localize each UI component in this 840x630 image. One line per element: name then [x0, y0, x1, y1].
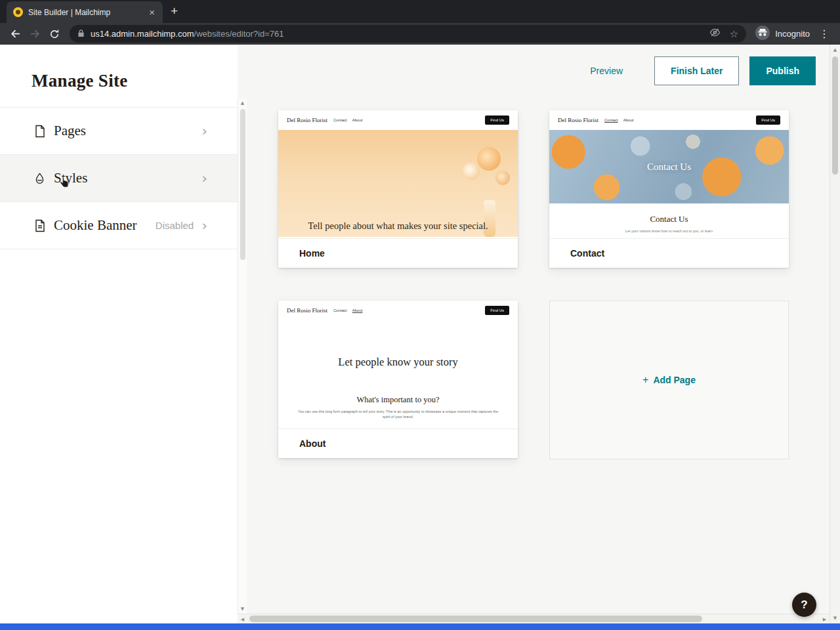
- contact-section: Contact Us Let your visitors know how to…: [549, 203, 789, 238]
- home-preview-header: Del Rosio Florist Contact About Find Us: [278, 110, 518, 130]
- site-nav: Contact About: [333, 308, 362, 312]
- mailchimp-favicon: [13, 7, 23, 17]
- about-hero: Let people know your story What's import…: [278, 320, 518, 427]
- add-page-card[interactable]: + Add Page: [549, 301, 789, 459]
- chevron-right-icon: ›: [201, 219, 207, 233]
- incognito-badge: Incognito: [751, 26, 814, 43]
- preview-button[interactable]: Preview: [590, 66, 623, 76]
- contact-preview-header: Del Rosio Florist Contact About Find Us: [549, 110, 789, 130]
- about-preview-header: Del Rosio Florist Contact About Find Us: [278, 301, 518, 320]
- page-cards-grid: Del Rosio Florist Contact About Find Us …: [278, 110, 789, 459]
- site-brand: Del Rosio Florist: [558, 117, 598, 123]
- publish-button[interactable]: Publish: [749, 56, 816, 85]
- find-us-button: Find Us: [756, 116, 780, 125]
- scroll-left-arrow[interactable]: ◀: [238, 614, 247, 624]
- browser-toolbar: us14.admin.mailchimp.com/websites/editor…: [0, 23, 840, 45]
- window-vertical-scrollbar[interactable]: ▲ ▼: [830, 45, 840, 623]
- taskbar-edge: [0, 623, 840, 630]
- url-path: /websites/editor?id=761: [194, 29, 284, 39]
- tab-title: Site Builder | Mailchimp: [28, 8, 142, 17]
- find-us-button: Find Us: [485, 116, 509, 125]
- flower-graphic: [477, 147, 501, 171]
- address-bar[interactable]: us14.admin.mailchimp.com/websites/editor…: [70, 25, 746, 43]
- lock-icon: [77, 28, 85, 40]
- scroll-down-arrow[interactable]: ▼: [238, 606, 247, 612]
- about-section-title: What's important to you?: [278, 395, 518, 405]
- reload-button[interactable]: [45, 25, 64, 43]
- scroll-up-arrow[interactable]: ▲: [830, 47, 840, 52]
- page-icon: [34, 125, 47, 138]
- help-button[interactable]: ?: [792, 593, 816, 617]
- find-us-button: Find Us: [485, 306, 509, 315]
- page-card-label: About: [278, 429, 518, 458]
- tab-close-icon[interactable]: ×: [148, 7, 156, 17]
- incognito-label: Incognito: [775, 29, 810, 39]
- chevron-right-icon: ›: [201, 124, 207, 138]
- site-brand: Del Rosio Florist: [287, 307, 327, 314]
- new-tab-button[interactable]: +: [171, 4, 178, 18]
- pages-overview-panel: Preview Finish Later Publish Del Rosio F…: [238, 45, 830, 623]
- browser-tab-strip: Site Builder | Mailchimp × +: [0, 0, 840, 23]
- home-hero-image: Tell people about what makes your site s…: [278, 130, 518, 237]
- contact-section-title: Contact Us: [650, 214, 688, 224]
- sidebar-content-scrollbar[interactable]: ▲ ▼: [238, 98, 247, 614]
- url-text: us14.admin.mailchimp.com/websites/editor…: [91, 29, 284, 39]
- back-button[interactable]: [5, 25, 25, 43]
- styles-icon: [34, 172, 47, 185]
- page-card-contact[interactable]: Del Rosio Florist Contact About Find Us …: [549, 110, 789, 268]
- url-host: us14.admin.mailchimp.com: [91, 29, 194, 39]
- sidebar-item-label: Pages: [54, 123, 86, 139]
- browser-menu-icon[interactable]: ⋮: [814, 28, 835, 40]
- scrollbar-thumb[interactable]: [249, 616, 702, 622]
- contact-hero-image: Contact Us: [549, 130, 789, 203]
- content-horizontal-scrollbar[interactable]: ◀ ▶: [238, 614, 830, 623]
- manage-site-sidebar: Manage Site Pages › Styles ›: [0, 45, 238, 623]
- sidebar-item-pages[interactable]: Pages ›: [0, 108, 238, 155]
- nav-link-about: About: [352, 118, 363, 122]
- site-nav: Contact About: [604, 118, 633, 122]
- home-hero-text: Tell people about what makes your site s…: [278, 220, 518, 232]
- nav-link-about: About: [623, 118, 634, 122]
- header-actions: Preview Finish Later Publish: [590, 56, 816, 85]
- add-page-button[interactable]: + Add Page: [642, 375, 696, 385]
- nav-link-contact: Contact: [333, 308, 347, 312]
- scroll-right-arrow[interactable]: ▶: [820, 614, 830, 624]
- bookmark-star-icon[interactable]: ☆: [730, 29, 738, 39]
- sidebar-title: Manage Site: [0, 45, 238, 91]
- page-card-home[interactable]: Del Rosio Florist Contact About Find Us …: [278, 110, 518, 268]
- page-card-label: Home: [278, 238, 518, 268]
- flower-graphic: [463, 163, 480, 180]
- about-hero-title: Let people know your story: [278, 356, 518, 369]
- scroll-up-arrow[interactable]: ▲: [238, 100, 247, 106]
- site-nav: Contact About: [333, 118, 362, 122]
- cookie-banner-status: Disabled: [156, 220, 194, 231]
- add-page-label: Add Page: [653, 375, 696, 385]
- finish-later-button[interactable]: Finish Later: [654, 56, 739, 85]
- page-card-about[interactable]: Del Rosio Florist Contact About Find Us …: [278, 301, 518, 458]
- plus-icon: +: [642, 375, 648, 385]
- sidebar-item-cookie-banner[interactable]: Cookie Banner Disabled ›: [0, 202, 238, 249]
- nav-link-about: About: [352, 308, 363, 312]
- nav-link-contact: Contact: [604, 118, 618, 122]
- site-builder-app: Manage Site Pages › Styles ›: [0, 45, 840, 623]
- contact-hero-title: Contact Us: [647, 161, 691, 173]
- scrollbar-thumb[interactable]: [832, 56, 838, 175]
- flower-graphic: [495, 171, 510, 185]
- eye-off-icon[interactable]: [709, 27, 721, 41]
- browser-tab[interactable]: Site Builder | Mailchimp ×: [7, 1, 163, 23]
- sidebar-item-label: Cookie Banner: [54, 217, 137, 234]
- contact-section-subtitle: Let your visitors know how to reach out …: [625, 229, 713, 233]
- site-brand: Del Rosio Florist: [287, 117, 327, 123]
- about-section-body: You can use this long form paragraph to …: [295, 409, 501, 420]
- cookie-banner-icon: [34, 219, 47, 232]
- sidebar-item-styles[interactable]: Styles ›: [0, 155, 238, 202]
- scroll-down-arrow[interactable]: ▼: [830, 616, 840, 621]
- nav-link-contact: Contact: [333, 118, 347, 122]
- mouse-cursor-hand: [59, 177, 69, 191]
- forward-button[interactable]: [25, 25, 45, 43]
- scrollbar-thumb[interactable]: [240, 109, 245, 260]
- incognito-icon: [755, 26, 770, 43]
- page-card-label: Contact: [549, 238, 789, 268]
- sidebar-menu: Pages › Styles › Cookie Banner: [0, 107, 238, 249]
- chevron-right-icon: ›: [201, 171, 207, 186]
